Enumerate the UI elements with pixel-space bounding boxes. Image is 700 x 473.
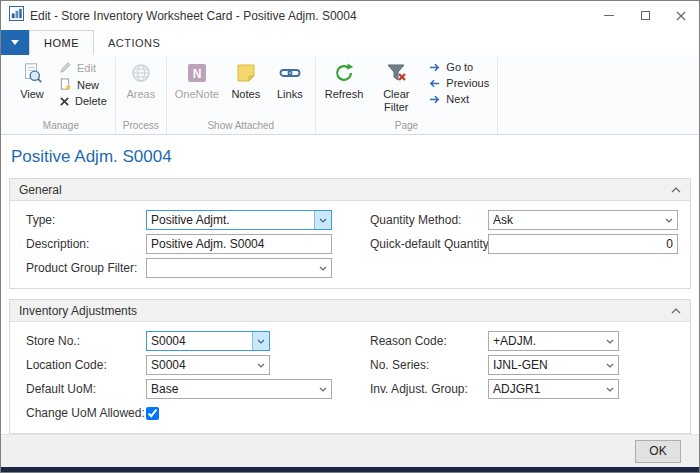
chevron-down-icon[interactable] — [660, 211, 677, 229]
areas-button[interactable]: Areas — [120, 57, 162, 102]
section-inventory-adjustments-header[interactable]: Inventory Adjustments — [10, 300, 690, 322]
quantity-method-input[interactable] — [489, 211, 660, 229]
refresh-button[interactable]: Refresh — [320, 57, 369, 102]
change-uom-allowed-checkbox[interactable] — [146, 407, 159, 420]
view-icon — [21, 61, 43, 85]
onenote-button[interactable]: N OneNote — [171, 57, 223, 102]
chevron-down-icon[interactable] — [252, 332, 269, 350]
links-button[interactable]: Links — [269, 57, 311, 102]
location-code-input[interactable] — [147, 356, 252, 374]
notes-button[interactable]: Notes — [225, 57, 267, 102]
window-controls — [591, 1, 699, 30]
section-inventory-adjustments: Inventory Adjustments Store No.: Reason … — [9, 299, 691, 434]
quick-default-quantity-input[interactable] — [488, 234, 678, 254]
previous-button[interactable]: Previous — [424, 77, 493, 89]
type-input[interactable] — [147, 211, 314, 229]
description-input[interactable] — [146, 234, 332, 254]
page-title: Positive Adjm. S0004 — [1, 135, 699, 178]
chevron-down-icon[interactable] — [314, 380, 331, 398]
description-label: Description: — [26, 237, 146, 251]
section-general-header[interactable]: General — [10, 179, 690, 201]
form-row: Type: Quantity Method: — [26, 208, 674, 232]
tab-home[interactable]: HOME — [29, 30, 94, 55]
new-button[interactable]: New — [55, 78, 111, 91]
ribbon-group-manage: View Edit New — [7, 57, 116, 134]
ribbon: View Edit New — [1, 55, 699, 135]
product-group-filter-input[interactable] — [147, 259, 314, 277]
store-no-input[interactable] — [147, 332, 252, 350]
next-button[interactable]: Next — [424, 93, 493, 105]
previous-arrow-icon — [428, 78, 441, 89]
default-uom-input[interactable] — [147, 380, 314, 398]
new-document-icon — [59, 78, 72, 91]
app-menu-button[interactable] — [1, 30, 29, 55]
application-window: Edit - Store Inventory Worksheet Card - … — [0, 0, 700, 473]
goto-arrow-icon — [428, 62, 441, 73]
reason-code-combobox[interactable] — [488, 331, 619, 351]
tab-actions[interactable]: ACTIONS — [94, 30, 174, 55]
minimize-icon — [604, 15, 614, 16]
quantity-method-label: Quantity Method: — [370, 213, 488, 227]
form-row: Store No.: Reason Code: — [26, 329, 674, 353]
edit-icon — [59, 61, 72, 74]
view-button[interactable]: View — [11, 57, 53, 102]
quick-default-quantity-label: Quick-default Quantity: — [370, 237, 488, 251]
section-general: General Type: Quantity Method: — [9, 178, 691, 289]
ribbon-tab-row: HOME ACTIONS — [1, 30, 699, 55]
default-uom-label: Default UoM: — [26, 382, 146, 396]
inv-adjust-group-combobox[interactable] — [488, 379, 619, 399]
product-group-filter-combobox[interactable] — [146, 258, 332, 278]
svg-text:N: N — [192, 67, 201, 81]
dropdown-icon — [11, 40, 19, 45]
change-uom-allowed-label: Change UoM Allowed: — [26, 406, 146, 420]
form-row: Location Code: No. Series: — [26, 353, 674, 377]
default-uom-combobox[interactable] — [146, 379, 332, 399]
group-label-page: Page — [320, 119, 493, 134]
no-series-combobox[interactable] — [488, 355, 619, 375]
quantity-method-combobox[interactable] — [488, 210, 678, 230]
form-row: Change UoM Allowed: — [26, 401, 674, 425]
form-row: Product Group Filter: — [26, 256, 674, 280]
chevron-down-icon[interactable] — [252, 356, 269, 374]
ribbon-group-show-attached: N OneNote Notes Links Show Atta — [167, 57, 316, 134]
globe-icon — [130, 61, 152, 85]
type-label: Type: — [26, 213, 146, 227]
clear-filter-button[interactable]: Clear Filter — [370, 57, 422, 114]
link-icon — [279, 61, 301, 85]
goto-button[interactable]: Go to — [424, 61, 493, 73]
close-icon — [676, 11, 686, 21]
no-series-label: No. Series: — [370, 358, 488, 372]
maximize-icon — [641, 11, 650, 20]
chevron-down-icon[interactable] — [601, 332, 618, 350]
minimize-button[interactable] — [591, 1, 627, 30]
group-label-show-attached: Show Attached — [171, 119, 311, 134]
chevron-down-icon[interactable] — [601, 356, 618, 374]
group-label-process: Process — [120, 119, 162, 134]
inv-adjust-group-label: Inv. Adjust. Group: — [370, 382, 488, 396]
store-no-label: Store No.: — [26, 334, 146, 348]
next-arrow-icon — [428, 94, 441, 105]
titlebar: Edit - Store Inventory Worksheet Card - … — [1, 1, 699, 30]
refresh-icon — [333, 61, 355, 85]
chevron-down-icon[interactable] — [601, 380, 618, 398]
type-combobox[interactable] — [146, 210, 332, 230]
page-body: Positive Adjm. S0004 General Type: — [1, 135, 699, 472]
chevron-up-icon[interactable] — [671, 308, 681, 314]
edit-button[interactable]: Edit — [55, 61, 111, 74]
inv-adjust-group-input[interactable] — [489, 380, 601, 398]
chevron-up-icon[interactable] — [671, 187, 681, 193]
delete-icon — [59, 96, 70, 107]
close-button[interactable] — [663, 1, 699, 30]
location-code-combobox[interactable] — [146, 355, 270, 375]
maximize-button[interactable] — [627, 1, 663, 30]
form-row: Default UoM: Inv. Adjust. Group: — [26, 377, 674, 401]
reason-code-label: Reason Code: — [370, 334, 488, 348]
chevron-down-icon[interactable] — [314, 259, 331, 277]
no-series-input[interactable] — [489, 356, 601, 374]
note-icon — [235, 61, 257, 85]
chevron-down-icon[interactable] — [314, 211, 331, 229]
reason-code-input[interactable] — [489, 332, 601, 350]
delete-button[interactable]: Delete — [55, 95, 111, 107]
ok-button[interactable]: OK — [635, 440, 681, 463]
store-no-combobox[interactable] — [146, 331, 270, 351]
